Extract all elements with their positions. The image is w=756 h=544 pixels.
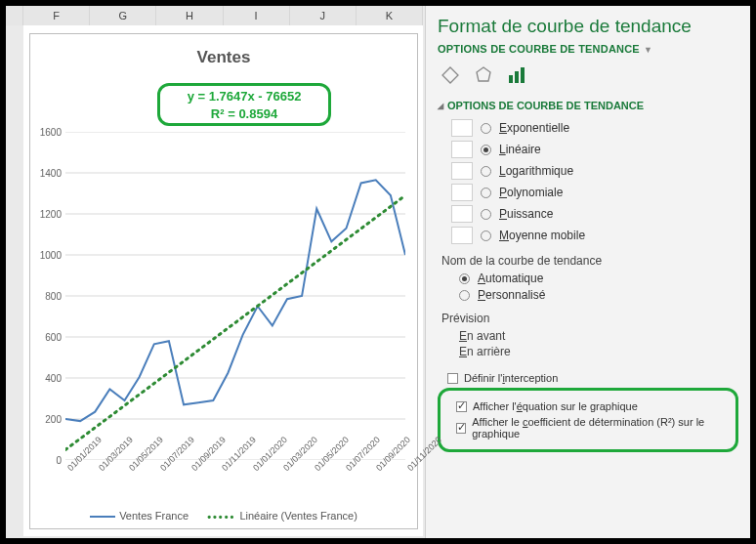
trend-label-lin: Linéaire (499, 143, 541, 156)
select-all-corner[interactable] (6, 6, 23, 25)
svg-marker-10 (442, 67, 458, 83)
y-tick: 1400 (40, 168, 62, 179)
svg-line-9 (65, 195, 405, 449)
name-custom-label: Personnalisé (478, 288, 545, 302)
trend-label-log: Logarithmique (499, 164, 573, 178)
trend-icon-mavg (451, 227, 473, 244)
column-header-I[interactable]: I (224, 6, 290, 25)
pane-title: Format de courbe de tendance (438, 16, 738, 37)
trend-label-poly: Polynomiale (499, 186, 563, 199)
svg-rect-14 (521, 67, 525, 83)
trend-icon-lin (451, 141, 473, 158)
set-intercept-row[interactable]: Définir l'interception (447, 372, 738, 384)
trendline-label[interactable]: y = 1.7647x - 76652 R² = 0.8594 (157, 83, 331, 126)
chart-object[interactable]: Ventes y = 1.7647x - 76652 R² = 0.8594 0… (29, 33, 418, 529)
forecast-label: Prévision (441, 312, 738, 325)
plot-area[interactable]: 02004006008001000120014001600 01/01/2019… (65, 132, 405, 460)
legend-trend-label: Linéaire (Ventes France) (239, 510, 357, 522)
column-header-F[interactable]: F (23, 6, 90, 25)
trend-type-log[interactable]: Logarithmique (451, 162, 738, 180)
forecast-backward[interactable]: En arrière (459, 345, 738, 358)
trend-icon-exp (451, 119, 473, 137)
equation-text: y = 1.7647x - 76652 (160, 88, 328, 105)
show-r2-label: Afficher le coefficient de détermination… (472, 416, 730, 439)
radio-log[interactable] (481, 166, 491, 177)
name-auto-row[interactable]: Automatique (459, 272, 738, 285)
checkbox-show-r2[interactable] (456, 423, 466, 434)
trend-label-exp: Exponentielle (499, 121, 569, 135)
svg-marker-11 (477, 67, 490, 81)
y-tick: 400 (45, 373, 62, 384)
trendline-name-label: Nom de la courbe de tendance (441, 254, 738, 268)
y-tick: 1000 (40, 250, 62, 261)
r2-text: R² = 0.8594 (160, 105, 328, 123)
name-custom-row[interactable]: Personnalisé (459, 288, 738, 302)
format-trendline-pane: Format de courbe de tendance OPTIONS DE … (426, 6, 750, 538)
trend-type-pow[interactable]: Puissance (451, 205, 738, 223)
pane-subtitle-dropdown[interactable]: OPTIONS DE COURBE DE TENDANCE▼ (438, 43, 738, 55)
y-tick: 800 (45, 291, 62, 302)
svg-rect-12 (509, 75, 513, 83)
legend-swatch-dots: ••••• (207, 511, 235, 523)
radio-auto[interactable] (459, 273, 470, 284)
trend-label-mavg: Moyenne mobile (499, 229, 585, 242)
column-header-J[interactable]: J (290, 6, 357, 25)
radio-poly[interactable] (481, 188, 491, 198)
checkbox-intercept[interactable] (447, 373, 458, 384)
y-tick: 200 (45, 414, 62, 425)
forecast-forward[interactable]: En avant (459, 329, 738, 343)
trend-icon-poly (451, 184, 473, 201)
column-header-H[interactable]: H (156, 6, 223, 25)
trend-type-exp[interactable]: Exponentielle (451, 119, 738, 137)
effects-tab-icon[interactable] (473, 64, 494, 86)
trend-type-mavg[interactable]: Moyenne mobile (451, 227, 738, 244)
name-auto-label: Automatique (478, 272, 543, 285)
y-tick: 1200 (40, 209, 62, 220)
legend-swatch-line (90, 516, 115, 518)
radio-mavg[interactable] (481, 230, 491, 241)
trend-type-lin[interactable]: Linéaire (451, 141, 738, 158)
checkbox-show-equation[interactable] (456, 401, 467, 412)
show-r2-row[interactable]: Afficher le coefficient de détermination… (456, 416, 730, 439)
radio-lin[interactable] (481, 145, 491, 155)
chart-legend[interactable]: Ventes France •••••Linéaire (Ventes Fran… (30, 510, 417, 523)
trend-icon-log (451, 162, 473, 180)
trend-label-pow: Puissance (499, 207, 553, 221)
radio-custom[interactable] (459, 290, 470, 301)
y-tick: 600 (45, 332, 62, 343)
highlighted-display-options: Afficher l'équation sur le graphique Aff… (438, 388, 738, 452)
show-equation-row[interactable]: Afficher l'équation sur le graphique (456, 400, 730, 412)
intercept-label: Définir l'interception (464, 372, 558, 384)
show-equation-label: Afficher l'équation sur le graphique (473, 400, 638, 412)
legend-series-label: Ventes France (119, 510, 189, 522)
column-header-K[interactable]: K (357, 6, 423, 25)
trendline-options-tab-icon[interactable] (506, 64, 527, 86)
svg-rect-13 (515, 71, 519, 83)
column-header-G[interactable]: G (90, 6, 156, 25)
fill-line-tab-icon[interactable] (440, 64, 461, 86)
y-tick: 1600 (40, 127, 62, 138)
trend-type-poly[interactable]: Polynomiale (451, 184, 738, 201)
section-trendline-options[interactable]: OPTIONS DE COURBE DE TENDANCE (438, 100, 738, 111)
y-tick: 0 (56, 455, 62, 466)
radio-pow[interactable] (481, 209, 491, 220)
radio-exp[interactable] (481, 123, 491, 134)
trend-icon-pow (451, 205, 473, 223)
chart-title[interactable]: Ventes (30, 34, 417, 71)
